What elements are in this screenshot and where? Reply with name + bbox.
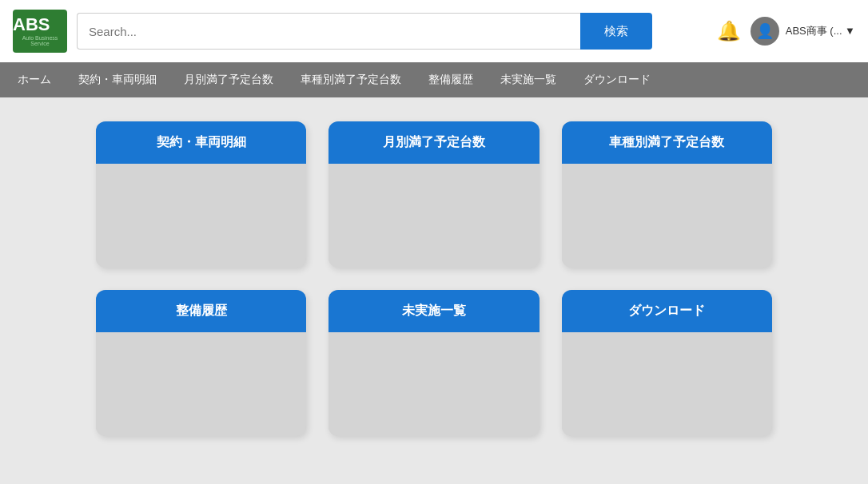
card-unimplemented[interactable]: 未実施一覧 <box>328 290 539 436</box>
nav-item-home[interactable]: ホーム <box>16 69 53 90</box>
card-contract[interactable]: 契約・車両明細 <box>96 121 306 268</box>
card-download[interactable]: ダウンロード <box>562 290 772 436</box>
card-vehicle-type-body <box>562 164 772 268</box>
card-monthly-header: 月別満了予定台数 <box>328 121 539 164</box>
nav-item-download[interactable]: ダウンロード <box>582 69 652 90</box>
card-unimplemented-header: 未実施一覧 <box>328 290 539 332</box>
card-download-header: ダウンロード <box>562 290 772 332</box>
search-button[interactable]: 検索 <box>580 13 652 50</box>
card-maintenance-body <box>96 332 306 436</box>
nav-item-contract[interactable]: 契約・車両明細 <box>77 69 158 90</box>
user-avatar-icon: 👤 <box>756 22 774 40</box>
card-vehicle-type-header: 車種別満了予定台数 <box>562 121 772 164</box>
nav-item-maintenance[interactable]: 整備履歴 <box>427 69 475 90</box>
main-content: 契約・車両明細 月別満了予定台数 車種別満了予定台数 整備履歴 未実施一覧 ダウ… <box>0 97 868 460</box>
navbar: ホーム 契約・車両明細 月別満了予定台数 車種別満了予定台数 整備履歴 未実施一… <box>0 62 868 97</box>
card-maintenance-header: 整備履歴 <box>96 290 306 332</box>
card-unimplemented-body <box>328 332 539 436</box>
cards-grid: 契約・車両明細 月別満了予定台数 車種別満了予定台数 整備履歴 未実施一覧 ダウ… <box>96 121 772 436</box>
bell-icon: 🔔 <box>717 20 741 42</box>
card-vehicle-type[interactable]: 車種別満了予定台数 <box>562 121 772 268</box>
logo: ABS Auto Business Service <box>13 10 67 53</box>
card-monthly[interactable]: 月別満了予定台数 <box>328 121 539 268</box>
card-monthly-body <box>328 164 539 268</box>
card-contract-header: 契約・車両明細 <box>96 121 306 164</box>
card-download-body <box>562 332 772 436</box>
user-avatar: 👤 <box>751 17 779 46</box>
user-section[interactable]: 👤 ABS商事 (... ▼ <box>751 17 855 46</box>
card-contract-body <box>96 164 306 268</box>
search-input[interactable] <box>77 13 580 50</box>
nav-item-unimplemented[interactable]: 未実施一覧 <box>499 69 558 90</box>
nav-item-vehicle-type[interactable]: 車種別満了予定台数 <box>299 69 403 90</box>
card-maintenance[interactable]: 整備履歴 <box>96 290 306 436</box>
search-container: 検索 <box>77 13 652 50</box>
user-name: ABS商事 (... ▼ <box>786 24 855 38</box>
nav-item-monthly[interactable]: 月別満了予定台数 <box>182 69 275 90</box>
header: ABS Auto Business Service 検索 🔔 👤 ABS商事 (… <box>0 0 868 62</box>
notification-bell[interactable]: 🔔 <box>717 20 741 42</box>
logo-sub: Auto Business Service <box>13 35 67 46</box>
logo-text: ABS <box>13 16 67 34</box>
header-right: 🔔 👤 ABS商事 (... ▼ <box>717 17 855 46</box>
